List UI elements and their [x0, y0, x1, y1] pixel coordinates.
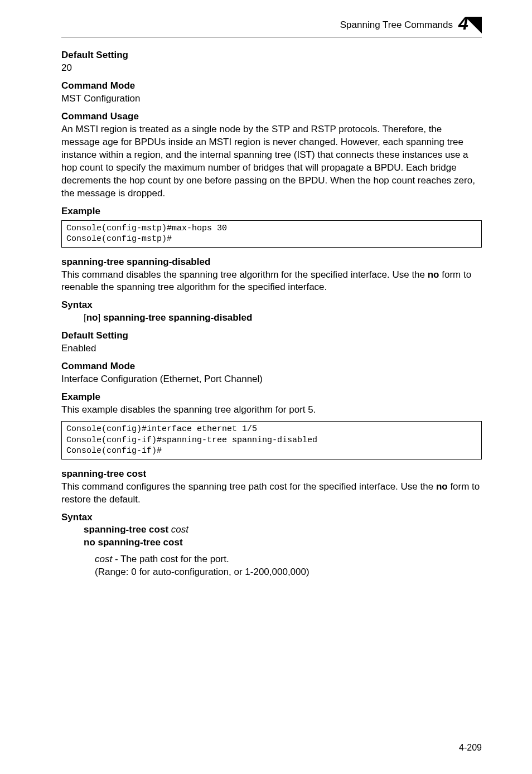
param-line-2: (Range: 0 for auto-configuration, or 1-2…: [95, 566, 482, 579]
syntax-cmd: spanning-tree spanning-disabled: [103, 312, 252, 323]
heading-example-2: Example: [61, 391, 482, 403]
heading-spanning-disabled: spanning-tree spanning-disabled: [61, 257, 482, 268]
heading-default-setting: Default Setting: [61, 50, 482, 61]
command-mode-value-2: Interface Configuration (Ethernet, Port …: [61, 373, 482, 386]
page-number: 4-209: [459, 743, 482, 753]
command-usage-body: An MSTI region is treated as a single no…: [61, 123, 482, 200]
desc-text-bold: no: [428, 269, 439, 280]
default-setting-value: 20: [61, 62, 482, 75]
header-title: Spanning Tree Commands: [340, 20, 453, 31]
syntax2-cmd: spanning-tree cost: [84, 524, 171, 535]
heading-command-usage: Command Usage: [61, 111, 482, 122]
command-mode-value: MST Configuration: [61, 93, 482, 105]
document-page: Spanning Tree Commands 4 Default Setting…: [0, 0, 532, 774]
syntax2-param: cost: [171, 524, 188, 535]
corner-fold-icon: [465, 17, 482, 33]
spanning-disabled-desc: This command disables the spanning tree …: [61, 269, 482, 294]
example-2-desc: This example disables the spanning tree …: [61, 404, 482, 417]
code-block-2: Console(config)#interface ethernet 1/5 C…: [61, 421, 482, 459]
syntax-2-line2: no spanning-tree cost: [84, 536, 482, 549]
code-block-1: Console(config-mstp)#max-hops 30 Console…: [61, 220, 482, 248]
param-desc: - The path cost for the port.: [112, 554, 229, 564]
page-header: Spanning Tree Commands 4: [61, 17, 482, 33]
heading-syntax: Syntax: [61, 299, 482, 311]
param-line-1: cost - The path cost for the port.: [95, 553, 482, 566]
default-setting-value-2: Enabled: [61, 342, 482, 355]
heading-spanning-cost: spanning-tree cost: [61, 468, 482, 480]
syntax-2-line1: spanning-tree cost cost: [84, 524, 482, 535]
desc-text-pre: This command disables the spanning tree …: [61, 269, 428, 280]
heading-syntax-2: Syntax: [61, 512, 482, 523]
syntax-line-1: [no] spanning-tree spanning-disabled: [84, 312, 482, 325]
cost-desc-bold: no: [436, 481, 448, 492]
heading-command-mode: Command Mode: [61, 80, 482, 91]
cost-desc-pre: This command configures the spanning tre…: [61, 481, 436, 492]
heading-command-mode-2: Command Mode: [61, 361, 482, 372]
syntax-bracket-close: ]: [98, 312, 103, 323]
spanning-cost-desc: This command configures the spanning tre…: [61, 481, 482, 506]
heading-default-setting-2: Default Setting: [61, 330, 482, 341]
header-rule: [61, 37, 482, 37]
heading-example: Example: [61, 206, 482, 217]
chapter-badge: 4: [460, 17, 482, 33]
syntax-no: no: [86, 312, 98, 323]
param-name: cost: [95, 554, 112, 564]
